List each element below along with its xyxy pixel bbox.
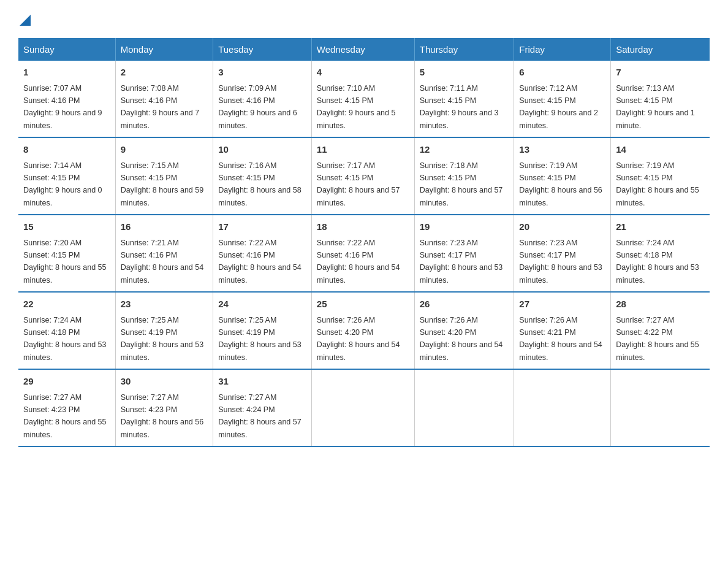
day-number: 24 (218, 297, 306, 312)
header-friday: Friday (514, 38, 611, 61)
day-number: 8 (23, 143, 110, 157)
day-cell: 22Sunrise: 7:24 AMSunset: 4:18 PMDayligh… (18, 292, 115, 369)
day-info: Sunrise: 7:27 AMSunset: 4:22 PMDaylight:… (616, 316, 699, 362)
day-cell: 20Sunrise: 7:23 AMSunset: 4:17 PMDayligh… (514, 215, 611, 292)
day-number: 15 (23, 220, 110, 234)
header-saturday: Saturday (611, 38, 710, 61)
day-cell: 27Sunrise: 7:26 AMSunset: 4:21 PMDayligh… (514, 292, 611, 369)
day-info: Sunrise: 7:23 AMSunset: 4:17 PMDaylight:… (519, 239, 602, 285)
day-cell: 29Sunrise: 7:27 AMSunset: 4:23 PMDayligh… (18, 369, 115, 446)
day-number: 2 (121, 66, 208, 80)
header-sunday: Sunday (18, 38, 115, 61)
day-cell: 11Sunrise: 7:17 AMSunset: 4:15 PMDayligh… (311, 137, 414, 215)
day-number: 26 (420, 297, 509, 312)
day-number: 4 (317, 66, 409, 80)
day-cell (311, 369, 414, 446)
day-number: 28 (616, 297, 705, 312)
day-number: 9 (121, 143, 208, 157)
day-number: 1 (23, 66, 110, 80)
day-number: 13 (519, 143, 605, 157)
day-cell: 10Sunrise: 7:16 AMSunset: 4:15 PMDayligh… (213, 137, 312, 215)
calendar-header-row: SundayMondayTuesdayWednesdayThursdayFrid… (18, 38, 710, 61)
day-info: Sunrise: 7:26 AMSunset: 4:21 PMDaylight:… (519, 316, 602, 362)
day-info: Sunrise: 7:07 AMSunset: 4:16 PMDaylight:… (23, 84, 102, 130)
day-info: Sunrise: 7:18 AMSunset: 4:15 PMDaylight:… (420, 161, 503, 207)
day-info: Sunrise: 7:22 AMSunset: 4:16 PMDaylight:… (218, 239, 301, 285)
day-number: 11 (317, 143, 409, 157)
day-number: 22 (23, 297, 110, 312)
day-number: 19 (420, 220, 509, 234)
day-cell: 3Sunrise: 7:09 AMSunset: 4:16 PMDaylight… (213, 61, 312, 137)
day-cell: 2Sunrise: 7:08 AMSunset: 4:16 PMDaylight… (115, 61, 213, 137)
week-row-3: 15Sunrise: 7:20 AMSunset: 4:15 PMDayligh… (18, 215, 710, 292)
day-cell: 6Sunrise: 7:12 AMSunset: 4:15 PMDaylight… (514, 61, 611, 137)
day-cell: 18Sunrise: 7:22 AMSunset: 4:16 PMDayligh… (311, 215, 414, 292)
day-info: Sunrise: 7:27 AMSunset: 4:24 PMDaylight:… (218, 393, 301, 439)
day-number: 20 (519, 220, 605, 234)
day-info: Sunrise: 7:17 AMSunset: 4:15 PMDaylight:… (317, 161, 400, 207)
day-number: 18 (317, 220, 409, 234)
day-info: Sunrise: 7:10 AMSunset: 4:15 PMDaylight:… (317, 84, 396, 130)
day-cell: 16Sunrise: 7:21 AMSunset: 4:16 PMDayligh… (115, 215, 213, 292)
day-info: Sunrise: 7:25 AMSunset: 4:19 PMDaylight:… (121, 316, 204, 362)
day-number: 17 (218, 220, 306, 234)
day-cell (611, 369, 710, 446)
day-info: Sunrise: 7:12 AMSunset: 4:15 PMDaylight:… (519, 84, 598, 130)
day-info: Sunrise: 7:21 AMSunset: 4:16 PMDaylight:… (121, 239, 204, 285)
day-cell: 5Sunrise: 7:11 AMSunset: 4:15 PMDaylight… (414, 61, 514, 137)
day-cell: 15Sunrise: 7:20 AMSunset: 4:15 PMDayligh… (18, 215, 115, 292)
day-cell: 21Sunrise: 7:24 AMSunset: 4:18 PMDayligh… (611, 215, 710, 292)
week-row-2: 8Sunrise: 7:14 AMSunset: 4:15 PMDaylight… (18, 137, 710, 215)
day-cell: 26Sunrise: 7:26 AMSunset: 4:20 PMDayligh… (414, 292, 514, 369)
day-info: Sunrise: 7:25 AMSunset: 4:19 PMDaylight:… (218, 316, 301, 362)
day-number: 10 (218, 143, 306, 157)
day-cell: 14Sunrise: 7:19 AMSunset: 4:15 PMDayligh… (611, 137, 710, 215)
day-cell: 28Sunrise: 7:27 AMSunset: 4:22 PMDayligh… (611, 292, 710, 369)
day-number: 3 (218, 66, 306, 80)
day-cell: 17Sunrise: 7:22 AMSunset: 4:16 PMDayligh… (213, 215, 312, 292)
day-cell: 30Sunrise: 7:27 AMSunset: 4:23 PMDayligh… (115, 369, 213, 446)
day-cell: 12Sunrise: 7:18 AMSunset: 4:15 PMDayligh… (414, 137, 514, 215)
day-info: Sunrise: 7:27 AMSunset: 4:23 PMDaylight:… (23, 393, 107, 439)
day-number: 6 (519, 66, 605, 80)
day-info: Sunrise: 7:24 AMSunset: 4:18 PMDaylight:… (23, 316, 107, 362)
day-number: 14 (616, 143, 705, 157)
day-number: 30 (121, 375, 208, 389)
day-number: 27 (519, 297, 605, 312)
day-cell: 13Sunrise: 7:19 AMSunset: 4:15 PMDayligh… (514, 137, 611, 215)
day-info: Sunrise: 7:16 AMSunset: 4:15 PMDaylight:… (218, 161, 301, 207)
day-info: Sunrise: 7:23 AMSunset: 4:17 PMDaylight:… (420, 239, 503, 285)
week-row-4: 22Sunrise: 7:24 AMSunset: 4:18 PMDayligh… (18, 292, 710, 369)
day-number: 31 (218, 375, 306, 389)
day-cell: 4Sunrise: 7:10 AMSunset: 4:15 PMDaylight… (311, 61, 414, 137)
day-cell: 31Sunrise: 7:27 AMSunset: 4:24 PMDayligh… (213, 369, 312, 446)
logo-triangle-icon (20, 12, 31, 26)
day-info: Sunrise: 7:19 AMSunset: 4:15 PMDaylight:… (519, 161, 602, 207)
week-row-5: 29Sunrise: 7:27 AMSunset: 4:23 PMDayligh… (18, 369, 710, 446)
logo (18, 12, 31, 26)
week-row-1: 1Sunrise: 7:07 AMSunset: 4:16 PMDaylight… (18, 61, 710, 137)
header-tuesday: Tuesday (213, 38, 312, 61)
day-number: 7 (616, 66, 705, 80)
calendar-table: SundayMondayTuesdayWednesdayThursdayFrid… (18, 38, 710, 447)
header-wednesday: Wednesday (311, 38, 414, 61)
day-info: Sunrise: 7:11 AMSunset: 4:15 PMDaylight:… (420, 84, 499, 130)
day-info: Sunrise: 7:26 AMSunset: 4:20 PMDaylight:… (317, 316, 400, 362)
day-number: 29 (23, 375, 110, 389)
day-info: Sunrise: 7:20 AMSunset: 4:15 PMDaylight:… (23, 239, 107, 285)
page-header (18, 12, 710, 26)
svg-marker-0 (20, 15, 31, 26)
day-cell: 7Sunrise: 7:13 AMSunset: 4:15 PMDaylight… (611, 61, 710, 137)
day-cell: 8Sunrise: 7:14 AMSunset: 4:15 PMDaylight… (18, 137, 115, 215)
day-number: 5 (420, 66, 509, 80)
day-cell: 1Sunrise: 7:07 AMSunset: 4:16 PMDaylight… (18, 61, 115, 137)
day-cell: 24Sunrise: 7:25 AMSunset: 4:19 PMDayligh… (213, 292, 312, 369)
day-number: 16 (121, 220, 208, 234)
header-monday: Monday (115, 38, 213, 61)
day-number: 25 (317, 297, 409, 312)
day-number: 21 (616, 220, 705, 234)
day-info: Sunrise: 7:09 AMSunset: 4:16 PMDaylight:… (218, 84, 297, 130)
day-info: Sunrise: 7:19 AMSunset: 4:15 PMDaylight:… (616, 161, 699, 207)
day-cell: 19Sunrise: 7:23 AMSunset: 4:17 PMDayligh… (414, 215, 514, 292)
day-cell (414, 369, 514, 446)
